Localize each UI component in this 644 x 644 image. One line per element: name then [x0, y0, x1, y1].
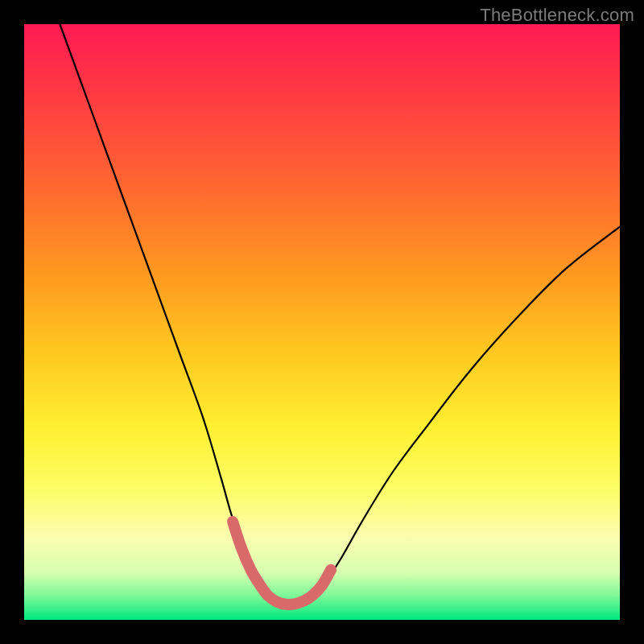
valley-highlight — [233, 522, 331, 605]
chart-frame: TheBottleneck.com — [0, 0, 644, 644]
plot-area — [24, 24, 620, 620]
chart-svg — [24, 24, 620, 620]
bottleneck-curve — [60, 24, 620, 605]
watermark-text: TheBottleneck.com — [480, 5, 634, 26]
